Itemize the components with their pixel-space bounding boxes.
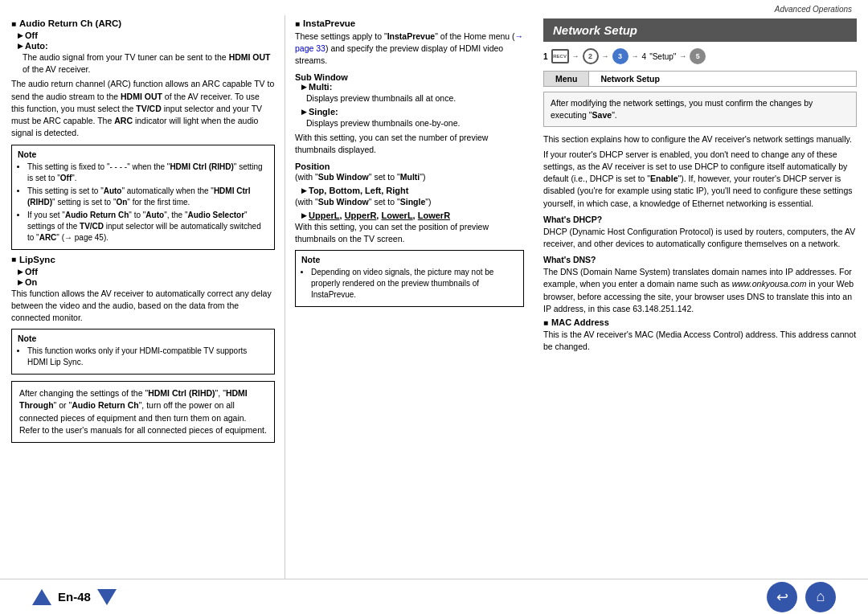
prev-page-button[interactable] (32, 589, 51, 605)
whats-dns-body: The DNS (Domain Name System) translates … (543, 266, 857, 315)
network-intro: This section explains how to configure t… (543, 133, 857, 145)
warning-box: After changing the settings of the "HDMI… (11, 381, 275, 443)
position-single-item: UpperL, UpperR, LowerL, LowerR (301, 211, 524, 220)
arc-body-text: The audio return channel (ARC) function … (11, 78, 275, 139)
step-arrow: → (632, 52, 639, 60)
page-number: En-48 (58, 590, 91, 604)
arc-note-title: Note (18, 149, 268, 159)
network-setup-title: Network Setup (543, 18, 857, 42)
step2-circle: 2 (583, 48, 599, 64)
menu-bar-right: Network Setup (589, 72, 671, 86)
multi-item: Multi: (301, 82, 524, 92)
step3-circle: 3 (612, 48, 628, 64)
advanced-operations-label: Advanced Operations (0, 0, 868, 15)
sub-window-body: With this setting, you can set the numbe… (295, 132, 524, 156)
next-page-button[interactable] (97, 589, 117, 605)
position-title: Position (295, 162, 524, 171)
info-box: After modifying the network settings, yo… (543, 92, 857, 127)
instaprevue-intro: These settings apply to "InstaPrevue" of… (295, 31, 524, 68)
arrow-icon (18, 278, 23, 286)
arrow-icon (301, 186, 307, 194)
arc-auto-item: Auto: (18, 41, 275, 51)
whats-dhcp-body: DHCP (Dynamic Host Configuration Protoco… (543, 226, 857, 250)
middle-column: InstaPrevue These settings apply to "Ins… (285, 15, 534, 579)
right-column: Network Setup 1 RECV → 2 → 3 → 4 "Setup"… (534, 15, 857, 579)
lipsync-on-item: On (18, 277, 275, 287)
instaprevue-header: InstaPrevue (295, 18, 524, 28)
bottom-nav-left: En-48 (32, 589, 117, 605)
position-multi-item: Top, Bottom, Left, Right (301, 186, 524, 195)
position-section: Position (with "Sub Window" set to "Mult… (295, 162, 524, 246)
arc-note-list: This setting is fixed to "- - - -" when … (27, 162, 268, 244)
receive-icon: RECV (551, 49, 569, 63)
network-body1: If your router's DHCP server is enabled,… (543, 149, 857, 210)
lipsync-header: LipSync (11, 255, 275, 264)
main-content: Audio Return Ch (ARC) Off Auto: The audi… (0, 15, 868, 579)
step-arrow: → (572, 52, 579, 60)
arc-auto-label: Auto: (25, 41, 48, 51)
step4-label: 4 (642, 52, 647, 61)
arc-note-item: This setting is set to "Auto" automatica… (27, 186, 268, 208)
mac-address-body: This is the AV receiver's MAC (Media Acc… (543, 329, 857, 353)
single-item: Single: (301, 107, 524, 117)
instaprevue-note-box: Note Depending on video signals, the pic… (295, 250, 524, 307)
audio-return-header: Audio Return Ch (ARC) (11, 18, 275, 28)
instaprevue-note-title: Note (301, 255, 518, 264)
lipsync-note-list: This function works only if your HDMI-co… (27, 346, 268, 368)
arc-auto-desc: The audio signal from your TV tuner can … (23, 51, 275, 76)
arc-note-box: Note This setting is fixed to "- - - -" … (11, 145, 275, 250)
lipsync-note-item: This function works only if your HDMI-co… (27, 346, 268, 368)
lipsync-off-label: Off (25, 267, 38, 276)
home-button[interactable]: ⌂ (805, 582, 836, 612)
lipsync-body: This function allows the AV receiver to … (11, 288, 275, 325)
back-button[interactable]: ↩ (767, 582, 797, 612)
arrow-icon (301, 83, 307, 91)
bottom-nav-right: ↩ ⌂ (767, 582, 836, 612)
setup-label: "Setup" (649, 52, 676, 61)
steps-row: 1 RECV → 2 → 3 → 4 "Setup" → 5 (543, 48, 857, 64)
whats-dhcp-title: What's DHCP? (543, 215, 857, 224)
lipsync-note-title: Note (18, 334, 268, 343)
step-arrow: → (679, 52, 686, 60)
whats-dns-title: What's DNS? (543, 255, 857, 264)
lipsync-on-label: On (25, 277, 37, 287)
sub-window-section: Sub Window Multi: Displays preview thumb… (295, 72, 524, 157)
arc-note-item: This setting is fixed to "- - - -" when … (27, 162, 268, 184)
position-body: With this setting, you can set the posit… (295, 221, 524, 245)
menu-bar: Menu Network Setup (543, 71, 857, 87)
menu-bar-left: Menu (544, 72, 589, 86)
bottom-bar: En-48 ↩ ⌂ (0, 579, 868, 614)
arrow-icon (18, 31, 23, 39)
arrow-icon (301, 108, 307, 116)
arrow-icon (18, 42, 23, 50)
arrow-icon (18, 268, 23, 276)
left-column: Audio Return Ch (ARC) Off Auto: The audi… (11, 15, 285, 579)
mac-address-header: MAC Address (543, 317, 857, 327)
arc-note-item: If you set "Audio Return Ch" to "Auto", … (27, 210, 268, 244)
arrow-icon (301, 211, 307, 219)
sub-window-title: Sub Window (295, 72, 524, 82)
page-container: Advanced Operations Audio Return Ch (ARC… (0, 0, 868, 614)
arc-off-label: Off (25, 31, 38, 40)
lipsync-note-box: Note This function works only if your HD… (11, 329, 275, 375)
instaprevue-note-list: Depending on video signals, the picture … (311, 267, 518, 301)
step1-label: 1 (543, 52, 548, 61)
step5-circle: 5 (690, 48, 706, 64)
lipsync-off-item: Off (18, 267, 275, 276)
arc-off-item: Off (18, 31, 275, 40)
step-arrow: → (602, 52, 609, 60)
